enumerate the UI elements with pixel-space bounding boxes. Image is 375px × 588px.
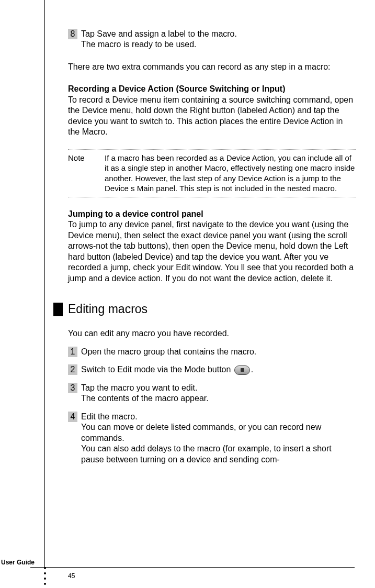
dot-icon [44, 578, 46, 580]
step-number-1: 1 [68, 347, 77, 357]
edit-step-1-body: Open the macro group that contains the m… [81, 347, 356, 357]
edit-step-3-line2: The contents of the macro appear. [81, 393, 356, 404]
step-8-line2: The macro is ready to be used. [81, 39, 356, 50]
step-8-body: Tap Save and assign a label to the macro… [81, 29, 356, 50]
dot-icon [44, 583, 46, 585]
dot-icon [44, 572, 46, 574]
editing-steps: 1 Open the macro group that contains the… [68, 347, 356, 465]
step-8-row: 8 Tap Save and assign a label to the mac… [68, 29, 356, 50]
step-number-2: 2 [68, 364, 77, 375]
edit-step-3-line1: Tap the macro you want to edit. [81, 383, 356, 393]
jumping-body: To jump to any device panel, first navig… [68, 219, 356, 284]
edit-step-2-pre: Switch to Edit mode via the Mode button [81, 365, 233, 374]
recording-body: To record a Device menu item containing … [68, 95, 356, 138]
step-number-3: 3 [68, 383, 77, 393]
note-block: Note If a macro has been recorded as a D… [68, 149, 356, 197]
extra-commands-para: There are two extra commands you can rec… [68, 62, 356, 72]
edit-step-4-body: Edit the macro. You can move or delete l… [81, 412, 356, 465]
edit-step-4-line3: You can also add delays to the macro (fo… [81, 443, 356, 465]
edit-step-4: 4 Edit the macro. You can move or delete… [68, 412, 356, 465]
step-8-line1: Tap Save and assign a label to the macro… [81, 29, 356, 39]
recording-section: Recording a Device Action (Source Switch… [68, 84, 356, 137]
jumping-heading: Jumping to a device control panel [68, 209, 356, 219]
edit-step-2: 2 Switch to Edit mode via the Mode butto… [68, 364, 356, 375]
jumping-section: Jumping to a device control panel To jum… [68, 209, 356, 284]
user-guide-label: User Guide [1, 559, 35, 566]
editing-heading-row: Editing macros [53, 302, 356, 317]
edit-step-2-post: . [251, 365, 253, 374]
horizontal-rule [30, 567, 355, 568]
page-number: 45 [68, 572, 75, 580]
step-number-8: 8 [68, 29, 77, 39]
dot-column [44, 567, 46, 588]
editing-heading: Editing macros [68, 302, 147, 317]
main-content: 8 Tap Save and assign a label to the mac… [68, 29, 356, 472]
edit-step-4-line1: Edit the macro. [81, 412, 356, 422]
edit-step-2-body: Switch to Edit mode via the Mode button … [81, 364, 356, 375]
editing-intro: You can edit any macro you have recorded… [68, 328, 356, 339]
edit-step-3: 3 Tap the macro you want to edit. The co… [68, 383, 356, 404]
mode-button-icon [234, 365, 250, 375]
recording-heading: Recording a Device Action (Source Switch… [68, 84, 356, 94]
edit-step-1: 1 Open the macro group that contains the… [68, 347, 356, 357]
dot-icon [44, 567, 46, 569]
section-marker-icon [53, 303, 63, 316]
note-label: Note [68, 153, 105, 194]
note-body: If a macro has been recorded as a Device… [105, 153, 356, 194]
edit-step-3-body: Tap the macro you want to edit. The cont… [81, 383, 356, 404]
edit-step-4-line2: You can move or delete listed commands, … [81, 422, 356, 443]
vertical-rule [44, 0, 45, 567]
step-number-4: 4 [68, 412, 77, 422]
